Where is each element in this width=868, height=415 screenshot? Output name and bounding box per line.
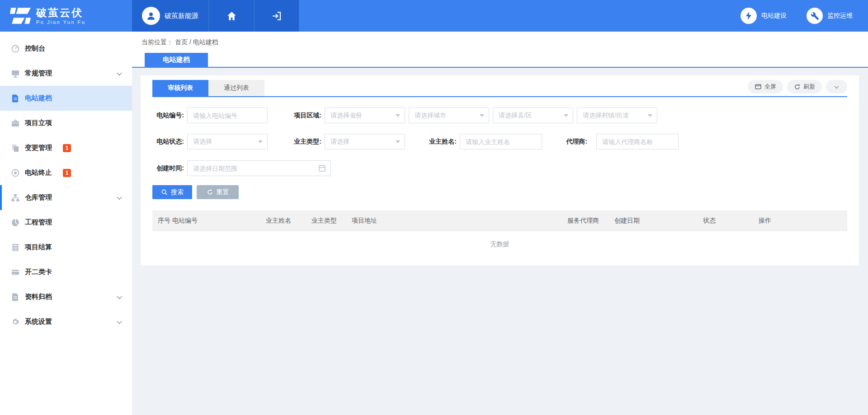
reset-icon [207, 189, 213, 196]
sidebar: 控制台 常规管理 电站建档 项目立项 [0, 32, 132, 415]
empty-state: 无数据 [152, 231, 847, 257]
chevron-down-icon [117, 194, 122, 199]
town-select[interactable]: 请选择村镇/街道 [577, 107, 657, 123]
caret-down-icon [258, 140, 263, 143]
calendar-icon [318, 164, 326, 173]
results-table: 序号 电站编号 业主姓名 业主类型 项目地址 服务代理商 创建日期 状态 操作 … [152, 210, 847, 257]
sidebar-item-data-archive[interactable]: 资料归档 [0, 284, 132, 309]
tab-review-list[interactable]: 审核列表 [152, 80, 208, 96]
col-owner-type: 业主类型 [311, 217, 352, 225]
topbar: 当前位置： 首页 / 电站建档 电站建档 [132, 32, 868, 68]
col-agent: 服务代理商 [567, 217, 614, 225]
col-status: 状态 [703, 217, 759, 225]
header-nav: 破茧新能源 [132, 0, 299, 32]
sidebar-item-type2-card[interactable]: 开二类卡 [0, 260, 132, 284]
district-select[interactable]: 请选择县/区 [493, 107, 573, 123]
owner-type-select[interactable]: 请选择 [325, 134, 405, 149]
gear-icon [11, 317, 20, 326]
owner-type-label: 业主类型: [290, 138, 321, 146]
caret-down-icon [564, 114, 568, 117]
col-index: 序号 [152, 217, 172, 225]
monitor-icon [11, 69, 20, 78]
owner-name-input[interactable] [460, 134, 542, 149]
credit-card-icon [11, 268, 20, 277]
sign-in-icon [272, 11, 282, 21]
chevron-down-icon [117, 294, 122, 298]
user-menu[interactable]: 破茧新能源 [132, 0, 209, 32]
sidebar-item-station-termination[interactable]: 电站终止 1 [0, 160, 132, 185]
file-icon [11, 293, 20, 302]
city-select[interactable]: 请选择城市 [409, 107, 489, 123]
fullscreen-button[interactable]: 全屏 [748, 80, 783, 93]
pages-icon [11, 144, 20, 153]
header-right-nav: 电站建设 监控运维 [741, 0, 868, 32]
region-label: 项目区域: [290, 112, 321, 120]
chevron-down-icon [117, 318, 122, 323]
card-tab-bar: 审核列表 通过列表 全屏 刷新 [152, 80, 847, 97]
change-mgmt-badge: 1 [63, 144, 71, 152]
dashboard-icon [11, 44, 20, 53]
caret-down-icon [396, 140, 400, 143]
sign-in-button[interactable] [255, 0, 299, 32]
refresh-button[interactable]: 刷新 [787, 80, 822, 93]
fullscreen-icon [755, 83, 762, 90]
col-actions: 操作 [759, 217, 847, 225]
refresh-icon [794, 84, 801, 90]
chevron-down-icon [835, 84, 839, 89]
station-no-input[interactable] [187, 107, 268, 123]
calculator-icon [11, 243, 20, 252]
province-select[interactable]: 请选择省份 [325, 107, 405, 123]
lightning-icon [741, 8, 757, 24]
caret-down-icon [480, 114, 484, 117]
sidebar-item-project-settlement[interactable]: 项目结算 [0, 235, 132, 260]
breadcrumb: 当前位置： 首页 / 电站建档 [132, 32, 868, 53]
col-owner-name: 业主姓名 [266, 217, 311, 225]
table-header-row: 序号 电站编号 业主姓名 业主类型 项目地址 服务代理商 创建日期 状态 操作 [152, 210, 847, 231]
sidebar-item-warehouse-mgmt[interactable]: 仓库管理 [0, 185, 132, 210]
caret-down-icon [396, 114, 400, 117]
search-icon [161, 189, 168, 196]
sitemap-icon [11, 193, 20, 202]
station-build-nav[interactable]: 电站建设 [741, 8, 787, 24]
col-station-no: 电站编号 [172, 217, 266, 225]
brand-subtitle: Po Jian Yun Fu [36, 19, 85, 25]
owner-name-label: 业主姓名: [425, 138, 457, 146]
brand-logo: 破茧云伏 Po Jian Yun Fu [0, 0, 132, 32]
page-tab-station-archive[interactable]: 电站建档 [145, 53, 208, 67]
reset-button[interactable]: 重置 [197, 185, 239, 199]
sidebar-item-station-archive[interactable]: 电站建档 [0, 86, 132, 111]
breadcrumb-path[interactable]: 首页 / 电站建档 [175, 38, 218, 47]
sidebar-item-engineering-mgmt[interactable]: 工程管理 [0, 210, 132, 235]
station-status-select[interactable]: 请选择 [187, 134, 268, 149]
date-range-picker[interactable] [187, 160, 331, 176]
content-card: 审核列表 通过列表 全屏 刷新 [141, 75, 859, 266]
company-name: 破茧新能源 [165, 12, 198, 20]
collapse-button[interactable] [826, 80, 847, 93]
pie-chart-icon [11, 218, 20, 227]
sidebar-item-change-mgmt[interactable]: 变更管理 1 [0, 135, 132, 160]
brand-title: 破茧云伏 [36, 7, 85, 19]
sidebar-item-general-mgmt[interactable]: 常规管理 [0, 61, 132, 86]
chevron-down-icon [117, 70, 122, 75]
station-status-label: 电站状态: [152, 138, 184, 146]
main-area: 当前位置： 首页 / 电站建档 电站建档 审核列表 通过列表 全屏 [132, 32, 868, 415]
home-button[interactable] [209, 0, 255, 32]
create-time-label: 创建时间: [152, 164, 184, 173]
brand-logo-icon [10, 7, 31, 24]
col-create-date: 创建日期 [614, 217, 703, 225]
date-range-input[interactable] [187, 160, 331, 176]
station-no-label: 电站编号: [152, 112, 184, 120]
breadcrumb-prefix: 当前位置： [142, 38, 173, 47]
agent-label: 代理商: [560, 138, 587, 146]
col-address: 项目地址 [352, 217, 567, 225]
tab-passed-list[interactable]: 通过列表 [208, 80, 264, 96]
sidebar-item-system-settings[interactable]: 系统设置 [0, 309, 132, 334]
home-icon [226, 11, 237, 21]
briefcase-icon [11, 119, 20, 128]
monitor-ops-nav[interactable]: 监控运维 [807, 8, 853, 24]
search-button[interactable]: 搜索 [152, 185, 192, 199]
agent-input[interactable] [596, 134, 679, 149]
app-header: 破茧云伏 Po Jian Yun Fu 破茧新能源 [0, 0, 868, 32]
sidebar-item-project-initiation[interactable]: 项目立项 [0, 111, 132, 135]
sidebar-item-console[interactable]: 控制台 [0, 36, 132, 61]
